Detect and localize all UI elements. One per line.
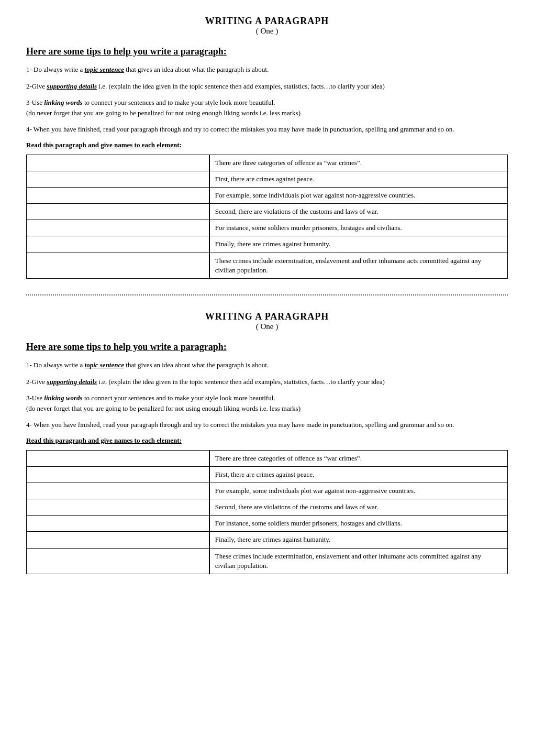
table-row: For example, some individuals plot war a…	[27, 483, 508, 499]
tip3-suffix: to connect your sentences and to make yo…	[83, 98, 275, 106]
tip2-prefix: 2-Give	[26, 82, 47, 90]
tip3-prefix: 3-Use	[26, 98, 44, 106]
tip3-note-2: (do never forget that you are going to b…	[26, 404, 301, 412]
table-row: First, there are crimes against peace.	[27, 466, 508, 483]
table-content-cell: There are three categories of offence as…	[209, 155, 508, 171]
table-label-cell	[27, 155, 209, 171]
tip-1-p2: 1- Do always write a topic sentence that…	[26, 360, 508, 370]
table-label-cell	[27, 236, 209, 253]
table-label-cell	[27, 253, 209, 278]
table-label-cell	[27, 516, 209, 532]
paragraph-table-1: There are three categories of offence as…	[26, 155, 508, 279]
section-heading-1: Here are some tips to help you write a p…	[26, 46, 508, 57]
table-label-cell	[27, 548, 209, 574]
table-label-cell	[27, 450, 209, 466]
tip-1: 1- Do always write a topic sentence that…	[26, 64, 508, 75]
read-instruction-1: Read this paragraph and give names to ea…	[26, 141, 508, 149]
table-row: There are three categories of offence as…	[27, 450, 508, 466]
table-content-cell: Second, there are violations of the cust…	[209, 499, 508, 516]
table-content-cell: Finally, there are crimes against humani…	[209, 236, 508, 253]
table-content-cell: For example, some individuals plot war a…	[209, 483, 508, 499]
supporting-details-link-1: supporting details	[47, 82, 97, 90]
table-row: For instance, some soldiers murder priso…	[27, 220, 508, 236]
linking-words-text-2: linking words	[44, 394, 82, 402]
table-content-cell: For instance, some soldiers murder priso…	[209, 516, 508, 532]
table-label-cell	[27, 483, 209, 499]
tip2-prefix-p2: 2-Give	[26, 378, 47, 386]
table-label-cell	[27, 171, 209, 187]
table-content-cell: First, there are crimes against peace.	[209, 466, 508, 483]
tip1-prefix-p2: 1- Do always write a	[26, 361, 85, 369]
table-row: For example, some individuals plot war a…	[27, 187, 508, 203]
table-label-cell	[27, 220, 209, 236]
tip1-prefix: 1- Do always write a	[26, 65, 85, 73]
linking-words-text-1: linking words	[44, 98, 82, 106]
table-label-cell	[27, 499, 209, 516]
table-row: First, there are crimes against peace.	[27, 171, 508, 187]
table-row: These crimes include extermination, ensl…	[27, 548, 508, 574]
table-label-cell	[27, 187, 209, 203]
table-label-cell	[27, 466, 209, 483]
tip3-prefix-p2: 3-Use	[26, 394, 44, 402]
page-1: WRITING A PARAGRAPH ( One ) Here are som…	[26, 16, 508, 279]
tip2-suffix-p2: i.e. (explain the idea given in the topi…	[97, 378, 385, 386]
table-row: Finally, there are crimes against humani…	[27, 532, 508, 548]
tip-3: 3-Use linking words to connect your sent…	[26, 97, 508, 118]
tip-4: 4- When you have finished, read your par…	[26, 124, 508, 135]
supporting-details-link-2: supporting details	[47, 378, 97, 386]
subtitle-2: ( One )	[26, 322, 508, 331]
table-content-cell: These crimes include extermination, ensl…	[209, 253, 508, 278]
page-2: WRITING A PARAGRAPH ( One ) Here are som…	[26, 311, 508, 574]
table-row: Second, there are violations of the cust…	[27, 204, 508, 220]
main-title-2: WRITING A PARAGRAPH	[26, 311, 508, 322]
tip-4-p2: 4- When you have finished, read your par…	[26, 420, 508, 430]
table-content-cell: For instance, some soldiers murder priso…	[209, 220, 508, 236]
read-instruction-2: Read this paragraph and give names to ea…	[26, 436, 508, 445]
tip3-note-1: (do never forget that you are going to b…	[26, 109, 301, 117]
table-content-cell: Second, there are violations of the cust…	[209, 204, 508, 220]
table-content-cell: These crimes include extermination, ensl…	[209, 548, 508, 574]
main-title-1: WRITING A PARAGRAPH	[26, 16, 508, 27]
topic-sentence-link-2: topic sentence	[85, 361, 124, 369]
topic-sentence-link-1: topic sentence	[85, 65, 124, 73]
table-row: Second, there are violations of the cust…	[27, 499, 508, 516]
tip-3-p2: 3-Use linking words to connect your sent…	[26, 393, 508, 413]
tip-2-p2: 2-Give supporting details i.e. (explain …	[26, 377, 508, 387]
tip2-suffix: i.e. (explain the idea given in the topi…	[97, 82, 385, 90]
table-content-cell: Finally, there are crimes against humani…	[209, 532, 508, 548]
tip1-suffix: that gives an idea about what the paragr…	[124, 65, 269, 73]
table-content-cell: There are three categories of offence as…	[209, 450, 508, 466]
paragraph-table-2: There are three categories of offence as…	[26, 450, 508, 575]
table-row: There are three categories of offence as…	[27, 155, 508, 171]
tip1-suffix-p2: that gives an idea about what the paragr…	[124, 361, 269, 369]
table-label-cell	[27, 532, 209, 548]
section-divider	[26, 294, 508, 295]
table-row: Finally, there are crimes against humani…	[27, 236, 508, 253]
table-content-cell: For example, some individuals plot war a…	[209, 187, 508, 203]
tip3-suffix-p2: to connect your sentences and to make yo…	[83, 394, 275, 402]
section-heading-2: Here are some tips to help you write a p…	[26, 342, 508, 353]
table-content-cell: First, there are crimes against peace.	[209, 171, 508, 187]
tip-2: 2-Give supporting details i.e. (explain …	[26, 81, 508, 92]
table-row: For instance, some soldiers murder priso…	[27, 516, 508, 532]
table-label-cell	[27, 204, 209, 220]
subtitle-1: ( One )	[26, 27, 508, 36]
table-row: These crimes include extermination, ensl…	[27, 253, 508, 278]
